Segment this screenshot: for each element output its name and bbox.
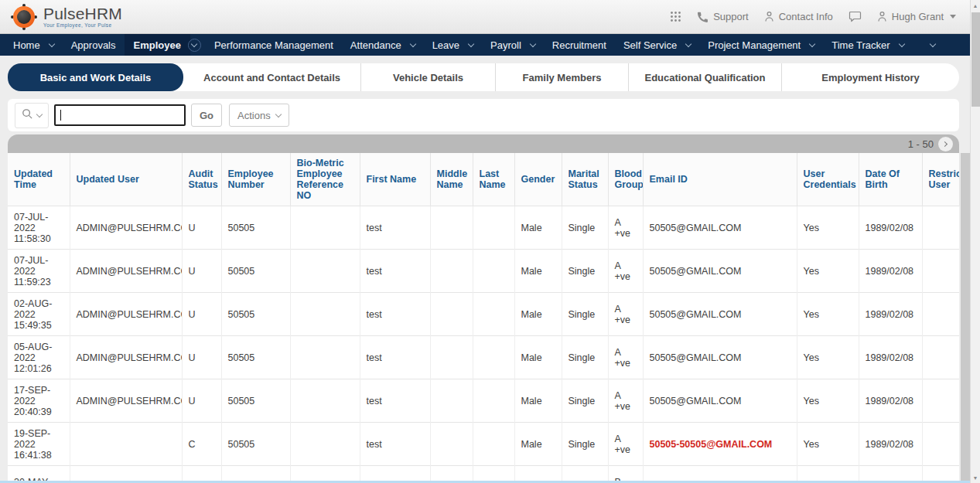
chat-icon[interactable]	[849, 11, 862, 22]
cell: test	[360, 423, 430, 466]
pulsehrm-logo[interactable]: PulseHRM Your Employee, Your Pulse	[11, 4, 122, 30]
scrollbar-thumb[interactable]	[971, 12, 980, 107]
column-header[interactable]: Blood Group	[608, 153, 643, 206]
employee-table: Updated TimeUpdated UserAudit StatusEmpl…	[8, 153, 960, 481]
actions-label: Actions	[237, 110, 271, 121]
cell: test	[360, 293, 430, 336]
column-header[interactable]: Marital Status	[562, 153, 608, 206]
cell: U	[182, 336, 221, 379]
column-header[interactable]: Date Of Birth	[859, 153, 922, 206]
tab-educational-qualification[interactable]: Educational Qualification	[628, 63, 781, 91]
nav-item-self-service[interactable]: Self Service	[615, 34, 699, 56]
column-header[interactable]: Middle Name	[430, 153, 473, 206]
cell	[797, 466, 859, 482]
tab-account-and-contact-details[interactable]: Account and Contact Details	[183, 63, 360, 91]
column-header[interactable]: Updated Time	[8, 153, 70, 206]
tab-employment-history[interactable]: Employment History	[781, 63, 959, 91]
cell: Single	[562, 293, 608, 336]
chevron-down-icon	[275, 111, 281, 117]
cell	[922, 379, 959, 423]
tab-label: Employment History	[821, 72, 919, 83]
chevron-down-circle-icon[interactable]	[188, 39, 201, 52]
cell: 50505@GMAIL.COM	[643, 250, 797, 293]
cell: Single	[562, 250, 608, 293]
table-scrollbar[interactable]	[961, 153, 970, 481]
nav-item-leave[interactable]: Leave	[424, 34, 482, 56]
main-nav: HomeApprovalsEmployeePerformance Managem…	[0, 34, 970, 56]
table-row[interactable]: 07-JUL-2022 11:59:23ADMIN@PULSEHRM.COMU5…	[8, 250, 959, 293]
pulsehrm-app: PulseHRM Your Employee, Your Pulse	[0, 0, 980, 483]
column-header[interactable]: Restricted User	[922, 153, 959, 206]
cell: Yes	[797, 423, 859, 466]
cell: ADMIN@PULSEHRM.COM	[70, 250, 182, 293]
nav-item-time-tracker[interactable]: Time Tracker	[823, 34, 912, 56]
cell: ARREAR_1@GMAIL.COM	[643, 466, 797, 482]
user-icon	[877, 11, 887, 22]
cell: U	[182, 293, 221, 336]
cell: 1989/02/08	[859, 206, 922, 250]
column-header[interactable]: Last Name	[473, 153, 514, 206]
table-row[interactable]: 07-JUL-2022 11:58:30ADMIN@PULSEHRM.COMU5…	[8, 206, 959, 250]
tab-label: Account and Contact Details	[203, 72, 340, 83]
cell: Arrear_1	[221, 466, 290, 482]
tab-basic-and-work-details[interactable]: Basic and Work Details	[8, 63, 183, 91]
column-header[interactable]: Bio-Metric Employee Reference NO	[290, 153, 360, 206]
nav-item-attendance[interactable]: Attendance	[342, 34, 424, 56]
nav-item-employee[interactable]: Employee	[125, 34, 206, 56]
support-link[interactable]: Support	[697, 11, 749, 22]
logo-core	[17, 10, 31, 24]
page-scrollbar[interactable]: ▲ ▼	[970, 0, 980, 483]
contact-info-link[interactable]: Contact Info	[764, 11, 833, 22]
logo-text: PulseHRM Your Employee, Your Pulse	[43, 5, 122, 28]
text-cursor	[60, 110, 61, 121]
column-header[interactable]: Gender	[514, 153, 562, 206]
table-row[interactable]: 17-SEP-2022 20:40:39ADMIN@PULSEHRM.COMU5…	[8, 379, 959, 423]
nav-item-label: Home	[13, 39, 40, 51]
cell: A +ve	[608, 206, 643, 250]
nav-item-more[interactable]	[913, 34, 944, 56]
cell: 07-JUL-2022 11:58:30	[8, 206, 70, 250]
column-header[interactable]: First Name	[360, 153, 430, 206]
column-header[interactable]: Email ID	[643, 153, 797, 206]
cell: 50505	[221, 336, 290, 379]
table-row[interactable]: 30-MAY-2022ADMIN@PULSEHRM.COMUArrear_1Ar…	[8, 466, 959, 482]
apps-grid-icon[interactable]	[670, 11, 681, 22]
nav-item-approvals[interactable]: Approvals	[63, 34, 125, 56]
nav-item-recruitment[interactable]: Recruitment	[544, 34, 615, 56]
nav-item-project-management[interactable]: Project Management	[699, 34, 823, 56]
cell: Single	[562, 466, 608, 482]
nav-item-home[interactable]: Home	[5, 34, 63, 56]
user-menu[interactable]: Hugh Grant	[877, 11, 956, 22]
cell: U	[182, 250, 221, 293]
table-row[interactable]: 05-AUG-2022 12:01:26ADMIN@PULSEHRM.COMU5…	[8, 336, 959, 379]
nav-item-performance-management[interactable]: Performance Management	[206, 34, 342, 56]
cell	[473, 466, 514, 482]
cell: ADMIN@PULSEHRM.COM	[70, 293, 182, 336]
go-button[interactable]: Go	[191, 104, 222, 127]
column-header[interactable]: Employee Number	[221, 153, 290, 206]
tab-family-members[interactable]: Family Members	[495, 63, 628, 91]
cell: A +ve	[608, 423, 643, 466]
phone-icon	[697, 11, 709, 22]
user-name: Hugh Grant	[892, 11, 944, 22]
pagination-range: 1 - 50	[908, 138, 934, 150]
pagination-next-button[interactable]	[938, 137, 953, 151]
tab-vehicle-details[interactable]: Vehicle Details	[360, 63, 495, 91]
cell: Arrear_1	[360, 466, 430, 482]
column-header[interactable]: Audit Status	[182, 153, 221, 206]
cell: 50505	[221, 423, 290, 466]
cell	[473, 379, 514, 423]
nav-item-payroll[interactable]: Payroll	[482, 34, 544, 56]
scroll-up-icon[interactable]: ▲	[971, 0, 980, 11]
cell	[290, 466, 360, 482]
column-header[interactable]: User Credentials	[797, 153, 859, 206]
table-row[interactable]: 19-SEP-2022 16:41:38C50505testMaleSingle…	[8, 423, 959, 466]
search-column-dropdown[interactable]	[15, 103, 49, 128]
table-row[interactable]: 02-AUG-2022 15:49:35ADMIN@PULSEHRM.COMU5…	[8, 293, 959, 336]
scroll-down-icon[interactable]: ▼	[971, 472, 980, 483]
tab-label: Basic and Work Details	[40, 72, 152, 83]
column-header[interactable]: Updated User	[70, 153, 182, 206]
cell	[922, 336, 959, 379]
search-input[interactable]	[54, 104, 186, 126]
actions-button[interactable]: Actions	[229, 104, 289, 127]
